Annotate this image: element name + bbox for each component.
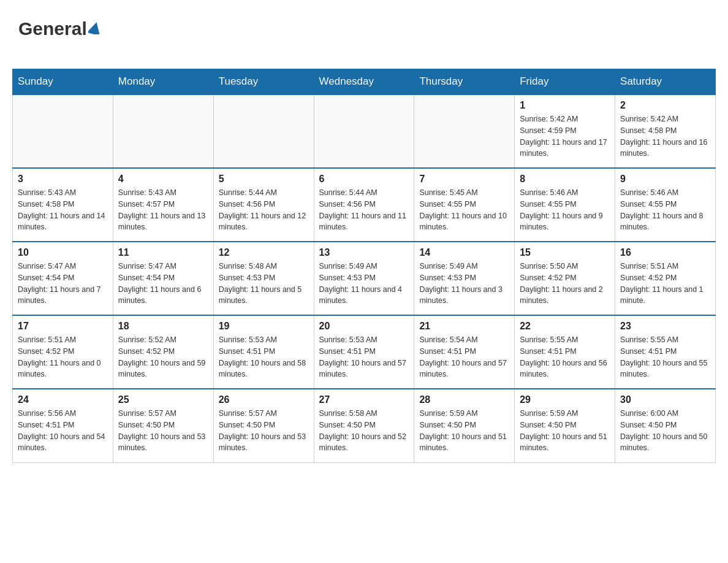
- day-cell: 23Sunrise: 5:55 AMSunset: 4:51 PMDayligh…: [615, 315, 716, 389]
- day-info: Sunrise: 6:00 AMSunset: 4:50 PMDaylight:…: [620, 408, 710, 454]
- day-info: Sunrise: 5:55 AMSunset: 4:51 PMDaylight:…: [520, 334, 610, 380]
- day-number: 1: [520, 100, 610, 111]
- weekday-header-thursday: Thursday: [414, 69, 515, 95]
- weekday-header-friday: Friday: [515, 69, 615, 95]
- day-number: 17: [18, 321, 108, 332]
- day-cell: 25Sunrise: 5:57 AMSunset: 4:50 PMDayligh…: [113, 389, 213, 462]
- week-row-3: 10Sunrise: 5:47 AMSunset: 4:54 PMDayligh…: [13, 242, 716, 315]
- day-cell: 6Sunrise: 5:44 AMSunset: 4:56 PMDaylight…: [314, 168, 414, 242]
- svg-marker-0: [88, 22, 102, 34]
- day-number: 29: [520, 394, 610, 405]
- logo: General: [18, 18, 102, 56]
- day-cell: 22Sunrise: 5:55 AMSunset: 4:51 PMDayligh…: [515, 315, 615, 389]
- day-info: Sunrise: 5:51 AMSunset: 4:52 PMDaylight:…: [620, 261, 710, 307]
- day-cell: [314, 94, 414, 168]
- day-info: Sunrise: 5:46 AMSunset: 4:55 PMDaylight:…: [620, 187, 710, 233]
- day-cell: 9Sunrise: 5:46 AMSunset: 4:55 PMDaylight…: [615, 168, 716, 242]
- day-number: 21: [419, 321, 509, 332]
- weekday-header-tuesday: Tuesday: [213, 69, 314, 95]
- day-number: 24: [18, 394, 108, 405]
- weekday-header-row: SundayMondayTuesdayWednesdayThursdayFrid…: [13, 69, 716, 95]
- day-number: 20: [319, 321, 409, 332]
- day-cell: 19Sunrise: 5:53 AMSunset: 4:51 PMDayligh…: [213, 315, 314, 389]
- day-info: Sunrise: 5:58 AMSunset: 4:50 PMDaylight:…: [319, 408, 409, 454]
- day-info: Sunrise: 5:56 AMSunset: 4:51 PMDaylight:…: [18, 408, 108, 454]
- day-number: 8: [520, 174, 610, 185]
- day-info: Sunrise: 5:44 AMSunset: 4:56 PMDaylight:…: [219, 187, 309, 233]
- day-cell: 20Sunrise: 5:53 AMSunset: 4:51 PMDayligh…: [314, 315, 414, 389]
- day-info: Sunrise: 5:42 AMSunset: 4:58 PMDaylight:…: [620, 113, 710, 159]
- day-cell: 4Sunrise: 5:43 AMSunset: 4:57 PMDaylight…: [113, 168, 213, 242]
- day-info: Sunrise: 5:52 AMSunset: 4:52 PMDaylight:…: [118, 334, 208, 380]
- day-cell: 12Sunrise: 5:48 AMSunset: 4:53 PMDayligh…: [213, 242, 314, 315]
- day-info: Sunrise: 5:45 AMSunset: 4:55 PMDaylight:…: [419, 187, 509, 233]
- day-info: Sunrise: 5:54 AMSunset: 4:51 PMDaylight:…: [419, 334, 509, 380]
- weekday-header-wednesday: Wednesday: [314, 69, 414, 95]
- day-info: Sunrise: 5:47 AMSunset: 4:54 PMDaylight:…: [18, 261, 108, 307]
- day-cell: [13, 94, 113, 168]
- week-row-4: 17Sunrise: 5:51 AMSunset: 4:52 PMDayligh…: [13, 315, 716, 389]
- day-info: Sunrise: 5:48 AMSunset: 4:53 PMDaylight:…: [219, 261, 309, 307]
- day-info: Sunrise: 5:59 AMSunset: 4:50 PMDaylight:…: [419, 408, 509, 454]
- day-cell: 1Sunrise: 5:42 AMSunset: 4:59 PMDaylight…: [515, 94, 615, 168]
- day-cell: 14Sunrise: 5:49 AMSunset: 4:53 PMDayligh…: [414, 242, 515, 315]
- day-number: 27: [319, 394, 409, 405]
- day-cell: 15Sunrise: 5:50 AMSunset: 4:52 PMDayligh…: [515, 242, 615, 315]
- day-info: Sunrise: 5:46 AMSunset: 4:55 PMDaylight:…: [520, 187, 610, 233]
- day-cell: 7Sunrise: 5:45 AMSunset: 4:55 PMDaylight…: [414, 168, 515, 242]
- header: General: [12, 12, 716, 56]
- day-cell: 8Sunrise: 5:46 AMSunset: 4:55 PMDaylight…: [515, 168, 615, 242]
- day-cell: [213, 94, 314, 168]
- day-cell: 28Sunrise: 5:59 AMSunset: 4:50 PMDayligh…: [414, 389, 515, 462]
- day-cell: 18Sunrise: 5:52 AMSunset: 4:52 PMDayligh…: [113, 315, 213, 389]
- day-number: 12: [219, 247, 309, 258]
- day-number: 10: [18, 247, 108, 258]
- day-info: Sunrise: 5:50 AMSunset: 4:52 PMDaylight:…: [520, 261, 610, 307]
- day-number: 19: [219, 321, 309, 332]
- day-cell: 10Sunrise: 5:47 AMSunset: 4:54 PMDayligh…: [13, 242, 113, 315]
- week-row-5: 24Sunrise: 5:56 AMSunset: 4:51 PMDayligh…: [13, 389, 716, 462]
- day-info: Sunrise: 5:53 AMSunset: 4:51 PMDaylight:…: [219, 334, 309, 380]
- logo-general-text: General: [18, 18, 87, 39]
- logo-triangle-icon: [88, 22, 102, 37]
- week-row-1: 1Sunrise: 5:42 AMSunset: 4:59 PMDaylight…: [13, 94, 716, 168]
- day-cell: 2Sunrise: 5:42 AMSunset: 4:58 PMDaylight…: [615, 94, 716, 168]
- weekday-header-monday: Monday: [113, 69, 213, 95]
- day-info: Sunrise: 5:42 AMSunset: 4:59 PMDaylight:…: [520, 113, 610, 159]
- day-number: 15: [520, 247, 610, 258]
- day-info: Sunrise: 5:57 AMSunset: 4:50 PMDaylight:…: [118, 408, 208, 454]
- day-cell: 24Sunrise: 5:56 AMSunset: 4:51 PMDayligh…: [13, 389, 113, 462]
- day-number: 30: [620, 394, 710, 405]
- day-cell: [113, 94, 213, 168]
- day-cell: 11Sunrise: 5:47 AMSunset: 4:54 PMDayligh…: [113, 242, 213, 315]
- day-number: 3: [18, 174, 108, 185]
- day-cell: [414, 94, 515, 168]
- day-info: Sunrise: 5:51 AMSunset: 4:52 PMDaylight:…: [18, 334, 108, 380]
- day-number: 28: [419, 394, 509, 405]
- day-info: Sunrise: 5:55 AMSunset: 4:51 PMDaylight:…: [620, 334, 710, 380]
- day-number: 22: [520, 321, 610, 332]
- day-number: 14: [419, 247, 509, 258]
- day-info: Sunrise: 5:43 AMSunset: 4:58 PMDaylight:…: [18, 187, 108, 233]
- day-info: Sunrise: 5:49 AMSunset: 4:53 PMDaylight:…: [419, 261, 509, 307]
- day-number: 26: [219, 394, 309, 405]
- day-info: Sunrise: 5:53 AMSunset: 4:51 PMDaylight:…: [319, 334, 409, 380]
- day-cell: 30Sunrise: 6:00 AMSunset: 4:50 PMDayligh…: [615, 389, 716, 462]
- day-number: 2: [620, 100, 710, 111]
- day-number: 11: [118, 247, 208, 258]
- day-cell: 29Sunrise: 5:59 AMSunset: 4:50 PMDayligh…: [515, 389, 615, 462]
- week-row-2: 3Sunrise: 5:43 AMSunset: 4:58 PMDaylight…: [13, 168, 716, 242]
- day-cell: 27Sunrise: 5:58 AMSunset: 4:50 PMDayligh…: [314, 389, 414, 462]
- calendar-table: SundayMondayTuesdayWednesdayThursdayFrid…: [12, 69, 716, 463]
- day-info: Sunrise: 5:57 AMSunset: 4:50 PMDaylight:…: [219, 408, 309, 454]
- day-number: 9: [620, 174, 710, 185]
- weekday-header-saturday: Saturday: [615, 69, 716, 95]
- weekday-header-sunday: Sunday: [13, 69, 113, 95]
- day-info: Sunrise: 5:44 AMSunset: 4:56 PMDaylight:…: [319, 187, 409, 233]
- day-cell: 26Sunrise: 5:57 AMSunset: 4:50 PMDayligh…: [213, 389, 314, 462]
- day-cell: 5Sunrise: 5:44 AMSunset: 4:56 PMDaylight…: [213, 168, 314, 242]
- day-cell: 16Sunrise: 5:51 AMSunset: 4:52 PMDayligh…: [615, 242, 716, 315]
- day-number: 5: [219, 174, 309, 185]
- day-info: Sunrise: 5:43 AMSunset: 4:57 PMDaylight:…: [118, 187, 208, 233]
- day-info: Sunrise: 5:49 AMSunset: 4:53 PMDaylight:…: [319, 261, 409, 307]
